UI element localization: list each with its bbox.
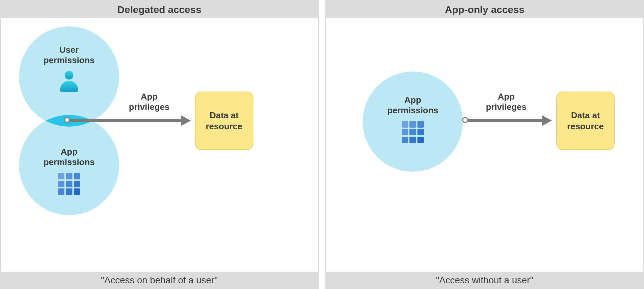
- panel-app-only-access: App-only access App permissions App priv…: [325, 0, 644, 289]
- user-permissions-circle: User permissions: [19, 26, 119, 127]
- panel-title-app-only: App-only access: [326, 1, 643, 18]
- panel-footer-app-only: "Access without a user": [326, 272, 643, 288]
- app-privileges-arrow: [468, 119, 543, 122]
- arrow-origin-dot: [462, 117, 468, 123]
- data-at-resource-box-right: Data at resource: [556, 92, 615, 150]
- arrow-head-icon: [542, 115, 552, 126]
- app-grid-icon: [58, 173, 80, 195]
- app-permissions-circle-left: App permissions: [19, 115, 119, 215]
- arrow-head-icon: [181, 115, 191, 126]
- app-grid-icon: [402, 121, 424, 143]
- panel-footer-delegated: "Access on behalf of a user": [1, 272, 318, 288]
- panel-body-app-only: App permissions App privileges Data at r: [326, 18, 643, 272]
- app-permissions-label-left: App permissions: [43, 147, 94, 167]
- app-privileges-label-left: App privileges: [124, 92, 174, 112]
- data-at-resource-box-left: Data at resource: [195, 92, 253, 150]
- panel-delegated-access: Delegated access User permissions App pe…: [0, 0, 319, 289]
- app-permissions-label-right: App permissions: [387, 95, 438, 116]
- arrow-origin-dot: [64, 117, 70, 123]
- app-permissions-circle-right: App permissions: [363, 71, 463, 172]
- panel-body-delegated: User permissions App permissions: [1, 18, 318, 272]
- user-icon: [60, 71, 78, 92]
- app-privileges-arrow: [70, 119, 182, 122]
- app-privileges-label-right: App privileges: [479, 92, 533, 112]
- panel-title-delegated: Delegated access: [1, 1, 318, 18]
- user-permissions-label: User permissions: [43, 45, 94, 65]
